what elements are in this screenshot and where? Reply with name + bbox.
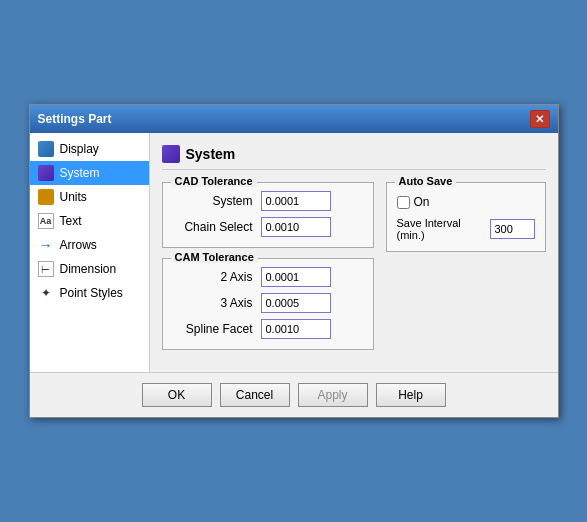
system-icon — [38, 165, 54, 181]
cam-tolerance-group: CAM Tolerance 2 Axis 3 Axis Spline Facet — [162, 258, 374, 350]
close-button[interactable]: ✕ — [530, 110, 550, 128]
auto-save-group: Auto Save On Save Interval (min.) — [386, 182, 546, 252]
arrows-icon: → — [38, 237, 54, 253]
panel-title-text: System — [186, 146, 236, 162]
panel-title-row: System — [162, 145, 546, 170]
title-bar: Settings Part ✕ — [30, 105, 558, 133]
sidebar-item-arrows[interactable]: → Arrows — [30, 233, 149, 257]
spline-facet-label: Spline Facet — [173, 322, 253, 336]
axis2-row: 2 Axis — [173, 267, 363, 287]
on-checkbox-row: On — [397, 195, 535, 209]
axis2-input[interactable] — [261, 267, 331, 287]
chain-select-label: Chain Select — [173, 220, 253, 234]
cam-tolerance-title: CAM Tolerance — [171, 251, 258, 263]
auto-save-checkbox[interactable] — [397, 196, 410, 209]
chain-select-row: Chain Select — [173, 217, 363, 237]
sidebar-label-text: Text — [60, 214, 82, 228]
content-area: Display System Units Aa Text → Arrows ⊢ … — [30, 133, 558, 372]
axis2-label: 2 Axis — [173, 270, 253, 284]
panel-title-icon — [162, 145, 180, 163]
cad-tolerance-title: CAD Tolerance — [171, 175, 257, 187]
axis3-input[interactable] — [261, 293, 331, 313]
system-label: System — [173, 194, 253, 208]
apply-button[interactable]: Apply — [298, 383, 368, 407]
left-column: CAD Tolerance System Chain Select CAM To… — [162, 182, 374, 360]
axis3-row: 3 Axis — [173, 293, 363, 313]
on-label: On — [414, 195, 430, 209]
save-interval-label: Save Interval (min.) — [397, 217, 486, 241]
save-interval-input[interactable] — [490, 219, 535, 239]
cad-tolerance-group: CAD Tolerance System Chain Select — [162, 182, 374, 248]
window-title: Settings Part — [38, 112, 112, 126]
pointstyles-icon: ✦ — [38, 285, 54, 301]
sidebar-label-units: Units — [60, 190, 87, 204]
units-icon — [38, 189, 54, 205]
axis3-label: 3 Axis — [173, 296, 253, 310]
sidebar: Display System Units Aa Text → Arrows ⊢ … — [30, 133, 150, 372]
system-row: System — [173, 191, 363, 211]
system-input[interactable] — [261, 191, 331, 211]
sidebar-label-pointstyles: Point Styles — [60, 286, 123, 300]
dimension-icon: ⊢ — [38, 261, 54, 277]
sidebar-item-text[interactable]: Aa Text — [30, 209, 149, 233]
ok-button[interactable]: OK — [142, 383, 212, 407]
auto-save-title: Auto Save — [395, 175, 457, 187]
title-bar-controls: ✕ — [530, 110, 550, 128]
footer: OK Cancel Apply Help — [30, 372, 558, 417]
sidebar-item-pointstyles[interactable]: ✦ Point Styles — [30, 281, 149, 305]
settings-window: Settings Part ✕ Display System Units Aa … — [29, 104, 559, 418]
save-interval-row: Save Interval (min.) — [397, 217, 535, 241]
sidebar-item-display[interactable]: Display — [30, 137, 149, 161]
sidebar-label-dimension: Dimension — [60, 262, 117, 276]
spline-facet-row: Spline Facet — [173, 319, 363, 339]
display-icon — [38, 141, 54, 157]
cancel-button[interactable]: Cancel — [220, 383, 290, 407]
sidebar-label-display: Display — [60, 142, 99, 156]
help-button[interactable]: Help — [376, 383, 446, 407]
right-column: Auto Save On Save Interval (min.) — [386, 182, 546, 360]
sidebar-label-system: System — [60, 166, 100, 180]
sidebar-item-dimension[interactable]: ⊢ Dimension — [30, 257, 149, 281]
sidebar-label-arrows: Arrows — [60, 238, 97, 252]
main-panel: System CAD Tolerance System Chain Select — [150, 133, 558, 372]
two-column-layout: CAD Tolerance System Chain Select CAM To… — [162, 182, 546, 360]
chain-select-input[interactable] — [261, 217, 331, 237]
sidebar-item-units[interactable]: Units — [30, 185, 149, 209]
text-icon: Aa — [38, 213, 54, 229]
spline-facet-input[interactable] — [261, 319, 331, 339]
sidebar-item-system[interactable]: System — [30, 161, 149, 185]
